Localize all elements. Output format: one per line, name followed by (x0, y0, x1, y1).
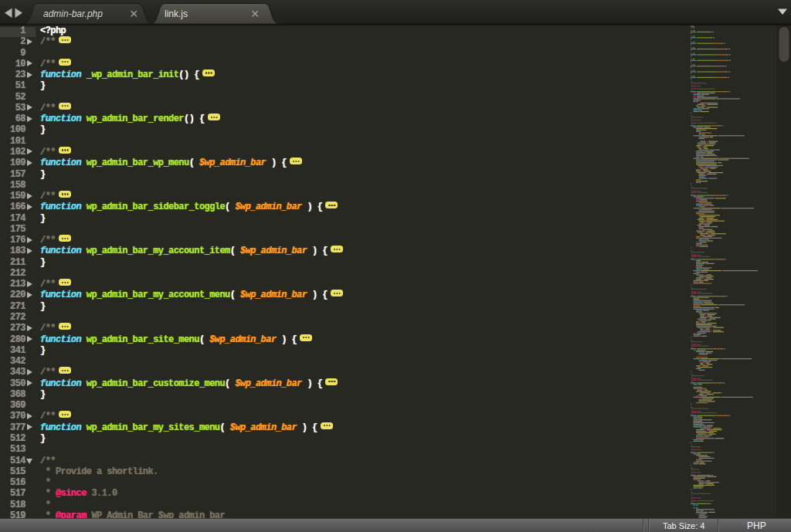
svg-text:admin-bar.php: admin-bar.php (43, 8, 103, 19)
svg-text:link.js: link.js (165, 8, 188, 19)
